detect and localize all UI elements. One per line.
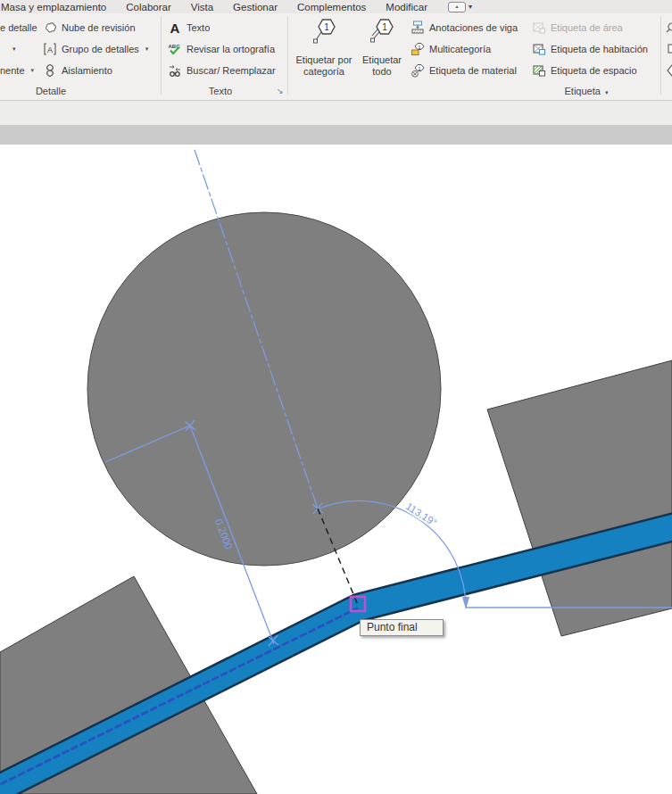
find-replace-button[interactable]: Buscar/ Reemplazar <box>168 62 276 79</box>
tag-all-icon: 1 <box>367 15 397 53</box>
text-label: Texto <box>187 22 210 33</box>
collapse-panel-icon: ▴ <box>448 2 466 12</box>
text-button[interactable]: A Texto <box>168 19 210 37</box>
svg-text:A: A <box>47 45 53 54</box>
clipped-ribbon-icon <box>665 21 672 35</box>
text-icon: A <box>168 21 182 35</box>
revision-cloud-label: Nube de revisión <box>62 22 136 33</box>
panel-divider <box>660 16 661 95</box>
dialog-launcher-icon[interactable]: ↘ <box>277 87 284 95</box>
area-tag-icon <box>532 21 546 35</box>
gray-circle-element[interactable] <box>87 212 441 566</box>
tab-colaborar[interactable]: Colaborar <box>116 2 181 12</box>
material-tag-label: Etiqueta de material <box>429 65 517 76</box>
snap-tooltip: Punto final <box>360 619 444 636</box>
tag-by-category-label: Etiquetar por categoría <box>296 54 353 78</box>
tab-masa-y-emplazamiento[interactable]: Masa y emplazamiento <box>0 2 116 12</box>
chevron-down-icon: ▾ <box>605 89 609 95</box>
chevron-down-icon: ▾ <box>31 67 35 74</box>
panel-label-texto: Texto <box>185 86 256 98</box>
component-label: nente <box>0 65 25 76</box>
find-replace-label: Buscar/ Reemplazar <box>187 65 276 76</box>
detail-group-button[interactable]: A Grupo de detalles ▾ <box>43 40 148 58</box>
space-tag-label: Etiqueta de espacio <box>551 65 637 76</box>
tab-vista[interactable]: Vista <box>181 2 223 12</box>
clipped-ribbon-icon <box>665 42 672 56</box>
spell-check-button[interactable]: ABC Revisar la ortografía <box>168 40 275 58</box>
svg-text:1: 1 <box>382 22 387 32</box>
panel-divider <box>161 16 162 95</box>
detail-line-button[interactable]: e detalle <box>0 19 37 37</box>
view-control-band <box>0 125 672 145</box>
clipped-ribbon-icon <box>665 63 672 78</box>
multi-category-label: Multicategoría <box>429 44 491 54</box>
detail-line-label: e detalle <box>0 22 37 33</box>
tag-all-label: Etiquetar todo <box>362 54 402 78</box>
angular-dimension-text[interactable]: 113.19° <box>404 500 439 528</box>
material-tag-icon: 1 <box>411 63 425 78</box>
space-tag-icon <box>532 63 546 78</box>
tag-by-category-icon: 1 <box>309 15 339 53</box>
ribbon: e detalle ▾ nente ▾ Nube de revisión A G… <box>0 13 672 101</box>
drawing-canvas[interactable]: 0.2000 113.19° Punto final <box>0 145 672 794</box>
tag-all-button[interactable]: 1 Etiquetar todo <box>355 15 409 97</box>
tab-gestionar[interactable]: Gestionar <box>223 2 287 12</box>
multi-category-button[interactable]: 1 Multicategoría <box>411 40 491 58</box>
tab-modificar[interactable]: Modificar <box>376 2 437 12</box>
beam-annotations-label: Anotaciones de viga <box>429 22 518 33</box>
panel-label-etiqueta[interactable]: Etiqueta ▾ <box>542 86 631 98</box>
room-tag-button[interactable]: Etiqueta de habitación <box>532 40 648 58</box>
beam-annotations-icon <box>411 21 425 35</box>
panel-divider <box>287 16 288 95</box>
tab-complementos[interactable]: Complementos <box>287 2 376 12</box>
insulation-icon <box>43 63 57 78</box>
revit-window: Masa y emplazamiento Colaborar Vista Ges… <box>0 0 672 794</box>
area-tag-label: Etiqueta de área <box>551 22 623 33</box>
room-tag-label: Etiqueta de habitación <box>551 44 648 54</box>
ribbon-tab-bar: Masa y emplazamiento Colaborar Vista Ges… <box>0 0 672 14</box>
chevron-down-icon: ▾ <box>12 45 16 53</box>
chevron-down-icon: ▾ <box>469 3 472 11</box>
spell-check-icon: ABC <box>168 42 182 56</box>
insulation-button[interactable]: Aislamiento <box>43 62 112 79</box>
find-replace-icon <box>168 63 182 78</box>
ribbon-collapse-button[interactable]: ▴ ▾ <box>448 2 472 12</box>
detail-group-label: Grupo de detalles <box>62 44 139 54</box>
panel-label-detalle: Detalle <box>13 86 88 98</box>
clipped-dropdown-caret[interactable]: ▾ <box>11 40 16 58</box>
options-bar <box>0 101 672 125</box>
svg-text:1: 1 <box>324 22 329 32</box>
revision-cloud-icon <box>43 21 57 35</box>
tag-by-category-button[interactable]: 1 Etiquetar por categoría <box>295 15 353 97</box>
component-button[interactable]: nente ▾ <box>0 62 34 79</box>
space-tag-button[interactable]: Etiqueta de espacio <box>532 62 637 79</box>
model-view: 0.2000 113.19° <box>0 145 672 794</box>
chevron-down-icon: ▾ <box>145 45 149 53</box>
insulation-label: Aislamiento <box>62 65 112 76</box>
gray-slab-top-right[interactable] <box>487 360 672 636</box>
detail-group-icon: A <box>43 42 57 56</box>
spell-check-label: Revisar la ortografía <box>187 44 275 54</box>
room-tag-icon <box>532 42 546 56</box>
beam-annotations-button[interactable]: Anotaciones de viga <box>411 19 518 37</box>
multi-category-icon: 1 <box>411 42 425 56</box>
material-tag-button[interactable]: 1 Etiqueta de material <box>411 62 517 79</box>
area-tag-button: Etiqueta de área <box>532 19 623 37</box>
revision-cloud-button[interactable]: Nube de revisión <box>43 19 136 37</box>
